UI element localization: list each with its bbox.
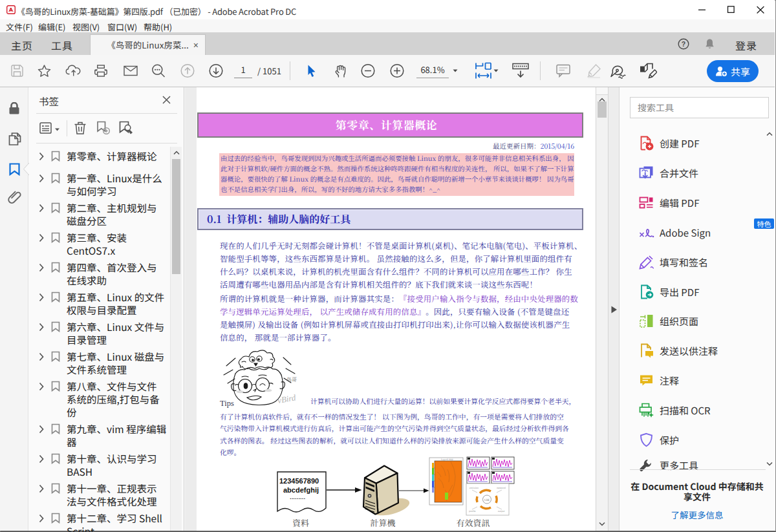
svg-text:有效資訊: 有效資訊 <box>456 516 490 529</box>
svg-text:emission: emission <box>469 486 479 489</box>
svg-text:1234567890: 1234567890 <box>279 477 319 485</box>
svg-text:?: ? <box>682 40 685 48</box>
svg-text:profile: profile <box>469 509 476 513</box>
svg-text:Layer1 SO2: Layer1 SO2 <box>441 458 453 461</box>
svg-text:Tips: Tips <box>220 399 234 408</box>
svg-text:GM: GM <box>484 498 490 502</box>
svg-text:.........: ......... <box>290 493 305 500</box>
svg-text:資料: 資料 <box>292 516 309 529</box>
svg-text:鸟哥: 鸟哥 <box>286 376 297 383</box>
svg-text:output: output <box>498 509 505 513</box>
svg-text:vBird: vBird <box>277 392 297 405</box>
svg-text:meteorol: meteorol <box>497 486 506 489</box>
svg-text:計算機: 計算機 <box>370 516 396 529</box>
